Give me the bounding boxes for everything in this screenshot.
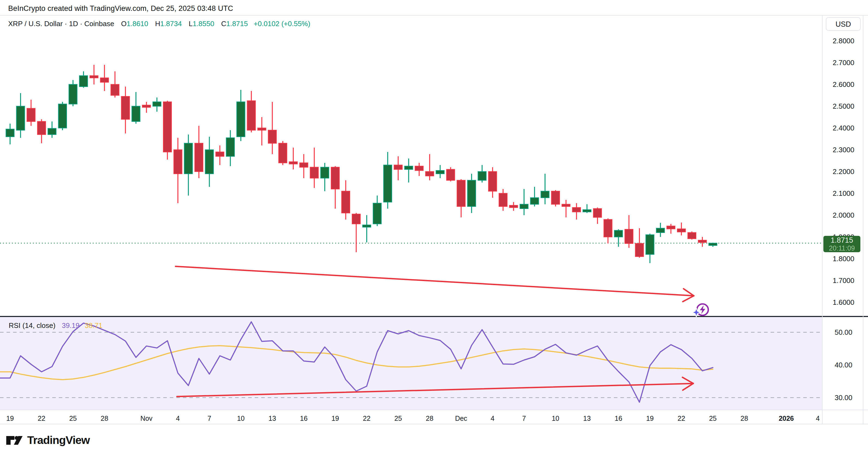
candle-body-oct-23 [48, 128, 56, 135]
rsi-pane-background [0, 317, 822, 410]
price-tick-2.2000: 2.2000 [825, 168, 863, 176]
time-tick-10-22: 10 [223, 414, 258, 422]
rsi-value: 39.19 [62, 321, 80, 330]
candle-body-dec-21 [667, 226, 675, 229]
candle-body-oct-24 [59, 104, 67, 128]
candle-body-dec-5 [499, 193, 507, 206]
candle-body-nov-14 [279, 143, 287, 163]
currency-toggle-button[interactable]: USD [826, 17, 861, 31]
open-value: 1.8610 [126, 20, 148, 28]
candle-body-nov-1 [142, 105, 151, 107]
time-tick-22-3: 22 [24, 414, 59, 422]
candle-body-dec-12 [572, 207, 581, 212]
candle-body-nov-25 [394, 165, 402, 169]
price-tick-2.7000: 2.7000 [825, 59, 863, 67]
price-tick-1.6000: 1.6000 [825, 298, 863, 306]
open-label: O [121, 20, 126, 28]
candle-body-oct-22 [37, 121, 46, 135]
high-label: H [155, 20, 160, 28]
candle-body-nov-21 [352, 214, 360, 224]
time-tick-25-67: 25 [695, 414, 731, 422]
candle-body-dec-9 [541, 191, 549, 198]
candle-body-nov-19 [331, 167, 339, 189]
time-tick-28-9: 28 [87, 414, 122, 422]
price-trendline-arrow-arrowhead [683, 296, 694, 302]
candle-body-nov-16 [300, 163, 308, 167]
candle-body-dec-6 [509, 205, 518, 207]
candle-body-dec-18 [636, 244, 644, 257]
time-tick-28-70: 28 [727, 414, 762, 422]
candle-body-dec-2 [467, 180, 476, 206]
candle-body-dec-14 [593, 209, 601, 217]
time-tick-4-16: 4 [160, 414, 196, 422]
rsi-tick-50.00: 50.00 [825, 328, 863, 336]
price-trendline-arrow[interactable] [176, 266, 694, 296]
candle-body-nov-24 [384, 165, 392, 202]
chart-canvas[interactable] [0, 0, 868, 457]
candle-body-nov-10 [237, 102, 245, 137]
tradingview-logo[interactable]: TradingView [6, 434, 90, 447]
candle-body-oct-26 [80, 76, 88, 87]
low-label: L [189, 20, 192, 28]
candle-body-dec-22 [677, 229, 685, 232]
price-tick-1.8000: 1.8000 [825, 255, 863, 263]
candle-body-oct-27 [90, 76, 98, 78]
candle-body-nov-27 [415, 166, 423, 171]
candle-body-dec-20 [656, 228, 664, 233]
high-value: 1.8734 [160, 20, 182, 28]
candle-body-dec-4 [489, 172, 497, 191]
symbol-title: XRP / U.S. Dollar · 1D · Coinbase [8, 20, 114, 28]
candle-body-oct-25 [69, 84, 77, 104]
candle-body-dec-8 [531, 198, 539, 204]
candle-body-dec-7 [520, 204, 528, 209]
time-tick-nov-13: Nov [129, 414, 164, 422]
attribution-text: BeInCrypto created with TradingView.com,… [8, 4, 233, 13]
rsi-tick-30.00: 30.00 [825, 394, 863, 402]
candle-body-oct-21 [27, 108, 35, 121]
time-tick-16-58: 16 [601, 414, 636, 422]
candle-body-nov-12 [258, 128, 266, 130]
candle-body-nov-13 [268, 130, 276, 143]
time-tick-22-64: 22 [664, 414, 699, 422]
time-tick-28-40: 28 [412, 414, 447, 422]
rsi-indicator-legend[interactable]: RSI (14, close) 39.19 38.71 [9, 321, 102, 330]
rsi-ma-value: 38.71 [85, 321, 102, 330]
tradingview-logo-icon [6, 435, 23, 445]
price-tick-2.5000: 2.5000 [825, 102, 863, 110]
candle-body-dec-13 [583, 210, 591, 212]
candle-body-nov-3 [163, 102, 172, 152]
candle-body-dec-11 [562, 204, 570, 206]
low-value: 1.8550 [193, 20, 214, 28]
candle-body-dec-17 [625, 229, 633, 244]
candle-body-dec-19 [646, 235, 654, 254]
rsi-tick-40.00: 40.00 [825, 361, 863, 369]
candle-body-nov-23 [373, 203, 381, 224]
candle-body-nov-11 [247, 101, 255, 130]
price-tick-2.0000: 2.0000 [825, 211, 863, 219]
price-tick-2.1000: 2.1000 [825, 189, 863, 197]
time-tick-16-28: 16 [286, 414, 321, 422]
time-tick-25-6: 25 [55, 414, 91, 422]
candle-body-nov-28 [426, 172, 434, 176]
bar-countdown: 20:11:09 [824, 245, 860, 252]
time-tick-4-46: 4 [475, 414, 510, 422]
price-tick-2.3000: 2.3000 [825, 146, 863, 154]
current-price-tag: 1.8715 20:11:09 [824, 236, 860, 252]
candle-body-oct-30 [121, 96, 129, 119]
pane-separator[interactable] [0, 316, 868, 317]
price-tick-1.7000: 1.7000 [825, 277, 863, 285]
candle-body-dec-1 [457, 180, 465, 206]
candle-body-dec-23 [688, 233, 696, 238]
candle-body-nov-30 [446, 169, 455, 180]
price-tick-2.6000: 2.6000 [825, 80, 863, 88]
candle-body-dec-25 [709, 243, 717, 246]
candle-body-nov-15 [289, 162, 298, 164]
candle-body-oct-19 [6, 129, 14, 137]
change-value: +0.0102 (+0.55%) [254, 20, 310, 28]
candle-body-nov-4 [174, 150, 182, 174]
candle-body-nov-17 [310, 167, 318, 178]
time-tick-25-37: 25 [380, 414, 416, 422]
candle-body-nov-20 [342, 191, 350, 213]
symbol-legend[interactable]: XRP / U.S. Dollar · 1D · Coinbase O1.861… [8, 20, 310, 28]
candle-body-dec-10 [552, 191, 560, 204]
